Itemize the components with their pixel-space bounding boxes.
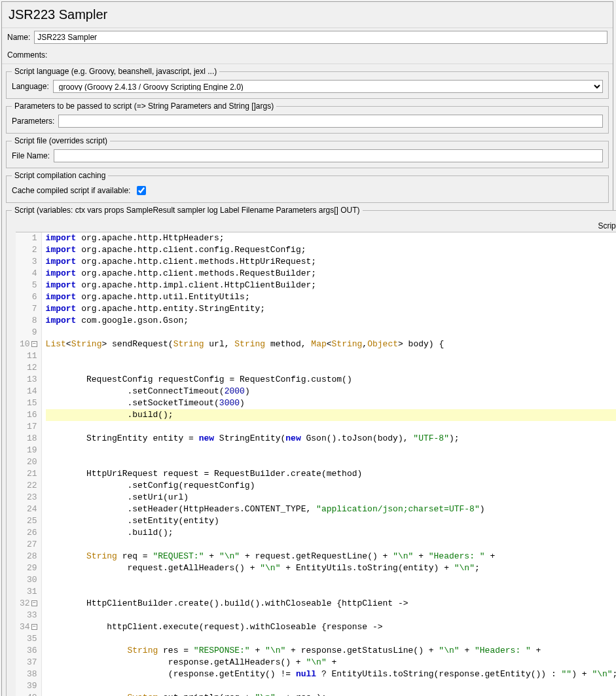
name-row: Name: [2, 28, 613, 46]
line-number: 11 [20, 350, 37, 362]
fold-icon[interactable]: − [31, 341, 37, 347]
code-line[interactable] [46, 445, 616, 456]
line-number: 38 [20, 669, 37, 680]
code-line[interactable]: import org.apache.http.impl.client.HttpC… [46, 280, 616, 291]
code-line[interactable]: StringEntity entity = new StringEntity(n… [46, 433, 616, 445]
code-line[interactable] [46, 633, 616, 645]
code-line[interactable]: import org.apache.http.entity.StringEnti… [46, 303, 616, 315]
code-line[interactable] [46, 680, 616, 692]
line-number: 26 [20, 527, 37, 539]
code-line[interactable] [46, 574, 616, 586]
line-number: 35 [20, 633, 37, 645]
code-line[interactable]: import org.apache.http.client.methods.Re… [46, 268, 616, 280]
line-number: 33 [20, 610, 37, 621]
line-number: 17 [20, 421, 37, 433]
code-line[interactable]: .setHeader(HttpHeaders.CONTENT_TYPE, "ap… [46, 504, 616, 515]
language-group: Script language (e.g. Groovy, beanshell,… [6, 67, 609, 99]
line-number: 34− [20, 621, 37, 633]
line-number: 21 [20, 468, 37, 480]
file-label: File Name: [12, 151, 50, 160]
cache-checkbox[interactable] [137, 186, 146, 195]
line-number: 12 [20, 362, 37, 374]
code-line[interactable]: .setSocketTimeout(3000) [46, 397, 616, 409]
line-number: 31 [20, 586, 37, 598]
code-line[interactable] [46, 327, 616, 339]
code-line[interactable]: import org.apache.http.util.EntityUtils; [46, 291, 616, 303]
parameters-legend: Parameters to be passed to script (=> St… [12, 101, 276, 111]
code-line[interactable]: (response.getEntity() != null ? EntityUt… [46, 669, 616, 680]
code-line[interactable] [46, 539, 616, 551]
parameters-label: Parameters: [12, 117, 54, 126]
code-line[interactable]: List<String> sendRequest(String url, Str… [46, 339, 616, 350]
file-group: Script file (overrides script) File Name… [6, 136, 609, 168]
code-line[interactable]: .build(); [46, 409, 616, 421]
line-number: 20 [20, 456, 37, 468]
line-number: 18 [20, 433, 37, 445]
line-number: 5 [20, 280, 37, 291]
code-line[interactable]: HttpUriRequest request = RequestBuilder.… [46, 468, 616, 480]
line-number: 25 [20, 515, 37, 527]
line-number: 4 [20, 268, 37, 280]
code-line[interactable] [46, 610, 616, 621]
script-legend: Script (variables: ctx vars props Sample… [12, 206, 363, 215]
fold-icon[interactable]: − [31, 600, 37, 606]
line-number: 7 [20, 303, 37, 315]
code-line[interactable]: RequestConfig requestConfig = RequestCon… [46, 374, 616, 386]
language-select[interactable]: groovy (Groovy 2.4.13 / Groovy Scripting… [53, 80, 603, 93]
code-line[interactable]: .setEntity(entity) [46, 515, 616, 527]
code-line[interactable]: .setConnectTimeout(2000) [46, 386, 616, 397]
code-line[interactable]: .build(); [46, 527, 616, 539]
language-label: Language: [12, 82, 49, 91]
code-line[interactable]: httpClient.execute(request).withCloseabl… [46, 621, 616, 633]
line-number: 32− [20, 598, 37, 610]
code-line[interactable]: request.getAllHeaders() + "\n" + EntityU… [46, 562, 616, 574]
code-line[interactable]: .setConfig(requestConfig) [46, 480, 616, 492]
fold-icon[interactable]: − [31, 624, 37, 630]
line-number: 27 [20, 539, 37, 551]
line-number: 36 [20, 645, 37, 657]
line-number: 9 [20, 327, 37, 339]
code-line[interactable]: .setUri(url) [46, 492, 616, 504]
code-line[interactable]: response.getAllHeaders() + "\n" + [46, 657, 616, 669]
parameters-input[interactable] [58, 115, 603, 128]
code-line[interactable]: import org.apache.http.client.config.Req… [46, 244, 616, 256]
code-line[interactable] [46, 586, 616, 598]
file-input[interactable] [54, 149, 603, 162]
code-line[interactable] [46, 421, 616, 433]
code-editor[interactable]: 1 2 3 4 5 6 7 8 910−11121314151617181920… [16, 232, 616, 696]
line-number: 30 [20, 574, 37, 586]
code-line[interactable]: HttpClientBuilder.create().build().withC… [46, 598, 616, 610]
comments-label: Comments: [7, 50, 47, 60]
code-line[interactable]: import org.apache.http.client.methods.Ht… [46, 256, 616, 268]
name-input[interactable] [34, 31, 607, 44]
code-line[interactable]: import com.google.gson.Gson; [46, 315, 616, 327]
line-number: 24 [20, 504, 37, 515]
code-line[interactable] [46, 350, 616, 362]
line-number: 13 [20, 374, 37, 386]
line-number: 16 [20, 409, 37, 421]
line-number: 3 [20, 256, 37, 268]
code-line[interactable]: String req = "REQUEST:" + "\n" + request… [46, 551, 616, 562]
script-group: Script (variables: ctx vars props Sample… [6, 206, 616, 696]
line-number-gutter: 1 2 3 4 5 6 7 8 910−11121314151617181920… [16, 232, 42, 696]
line-number: 6 [20, 291, 37, 303]
line-number: 39 [20, 680, 37, 692]
cache-legend: Script compilation caching [12, 171, 108, 180]
file-legend: Script file (overrides script) [12, 136, 110, 145]
line-number: 10− [20, 339, 37, 350]
script-label: Script: [598, 221, 616, 230]
line-number: 29 [20, 562, 37, 574]
line-number: 37 [20, 657, 37, 669]
code-line[interactable] [46, 362, 616, 374]
code-line[interactable] [46, 456, 616, 468]
code-line[interactable]: import org.apache.http.HttpHeaders; [46, 232, 616, 244]
code-line[interactable]: String res = "RESPONSE:" + "\n" + respon… [46, 645, 616, 657]
code-line[interactable]: System.out.println(req + "\n" + res ); [46, 692, 616, 696]
line-number: 8 [20, 315, 37, 327]
sampler-panel: JSR223 Sampler Name: Comments: Script la… [1, 1, 613, 696]
line-number: 23 [20, 492, 37, 504]
code-content[interactable]: import org.apache.http.HttpHeaders;impor… [42, 232, 616, 696]
cache-label: Cache compiled script if available: [12, 186, 130, 195]
line-number: 22 [20, 480, 37, 492]
panel-title: JSR223 Sampler [2, 2, 613, 28]
